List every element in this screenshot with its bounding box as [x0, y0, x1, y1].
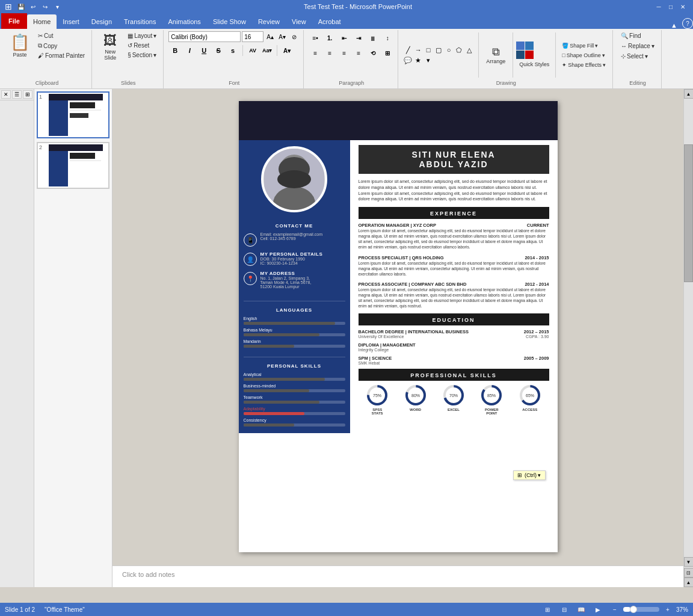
- shape-outline-button[interactable]: □ Shape Outline ▾: [559, 51, 609, 60]
- pentagon-shape[interactable]: ⬠: [454, 45, 464, 55]
- slide-sorter-button[interactable]: ⊟: [558, 605, 570, 614]
- rounded-rect-shape[interactable]: ▢: [434, 45, 443, 55]
- change-case-button[interactable]: Aa▾: [260, 44, 274, 57]
- copy-button[interactable]: ⧉ Copy: [35, 41, 88, 51]
- tab-slideshow[interactable]: Slide Show: [207, 14, 252, 29]
- zoom-out-button[interactable]: −: [609, 605, 621, 614]
- font-size-input[interactable]: [242, 31, 263, 42]
- reset-button[interactable]: ↺ Reset: [125, 41, 159, 50]
- panel-view-button[interactable]: ☰: [12, 90, 22, 99]
- italic-button[interactable]: I: [183, 44, 196, 57]
- personal-skills-section: PERSONAL SKILLS Analytical Business-mind…: [239, 360, 350, 433]
- save-button[interactable]: 💾: [16, 2, 26, 11]
- shape-fill-button[interactable]: 🪣 Shape Fill ▾: [559, 42, 609, 50]
- undo-button[interactable]: ↩: [28, 2, 38, 11]
- slide-thumb-2[interactable]: 2: [37, 142, 109, 189]
- tab-design[interactable]: Design: [85, 14, 118, 29]
- slide-show-button[interactable]: ▶: [592, 605, 604, 614]
- zoom-handle[interactable]: [630, 606, 637, 613]
- format-painter-button[interactable]: 🖌 Format Painter: [35, 51, 88, 60]
- bold-button[interactable]: B: [168, 44, 182, 57]
- clear-format-button[interactable]: ⊘: [289, 31, 300, 42]
- zoom-out-scrollbar[interactable]: ▲: [684, 578, 694, 587]
- help-button[interactable]: ?: [682, 18, 693, 29]
- tab-insert[interactable]: Insert: [57, 14, 85, 29]
- tab-view[interactable]: View: [286, 14, 312, 29]
- line-shape[interactable]: ╱: [403, 45, 413, 55]
- shadow-button[interactable]: s: [226, 44, 239, 57]
- font-name-input[interactable]: [168, 31, 241, 42]
- style-swatch[interactable]: [516, 42, 525, 50]
- slide-thumb-1[interactable]: 1: [37, 91, 109, 138]
- tab-file[interactable]: File: [1, 13, 27, 29]
- decrease-font-button[interactable]: A▾: [277, 31, 288, 42]
- shape-effects-button[interactable]: ✦ Shape Effects ▾: [559, 61, 609, 69]
- replace-button[interactable]: ↔ Replace ▾: [618, 42, 658, 51]
- strikethrough-button[interactable]: S: [212, 44, 225, 57]
- scroll-up-button[interactable]: ▲: [684, 89, 694, 99]
- normal-view-button[interactable]: ⊞: [541, 605, 553, 614]
- callout-shape[interactable]: 💬: [403, 55, 413, 65]
- bullets-button[interactable]: ≡•: [309, 31, 322, 45]
- arrange-button[interactable]: ⧉ Arrange: [482, 44, 510, 66]
- arrow-shape[interactable]: →: [413, 45, 423, 55]
- char-spacing-button[interactable]: AV: [246, 44, 259, 57]
- rect-shape[interactable]: □: [424, 45, 433, 55]
- quick-styles-label[interactable]: Quick Styles: [516, 60, 552, 69]
- redo-button[interactable]: ↪: [40, 2, 51, 11]
- oval-shape[interactable]: ○: [444, 45, 454, 55]
- align-left-button[interactable]: ≡: [309, 46, 322, 60]
- text-direction-button[interactable]: ⟲: [366, 46, 380, 60]
- align-right-button[interactable]: ≡: [337, 46, 351, 60]
- style-swatch[interactable]: [525, 42, 534, 50]
- increase-font-button[interactable]: A▴: [265, 31, 276, 42]
- tab-acrobat[interactable]: Acrobat: [312, 14, 347, 29]
- reading-view-button[interactable]: 📖: [575, 605, 587, 614]
- line-spacing-button[interactable]: ↕: [381, 31, 394, 45]
- zoom-slider[interactable]: [623, 607, 659, 612]
- scroll-thumb[interactable]: [684, 144, 693, 282]
- maximize-button[interactable]: □: [665, 2, 676, 11]
- tab-animations[interactable]: Animations: [162, 14, 206, 29]
- customize-qa-button[interactable]: ▾: [52, 2, 63, 11]
- paste-button[interactable]: 📋 Paste: [6, 31, 34, 60]
- section-button[interactable]: § Section ▾: [125, 51, 159, 60]
- increase-indent-button[interactable]: ⇥: [352, 31, 365, 45]
- align-center-button[interactable]: ≡: [323, 46, 336, 60]
- scroll-down-button[interactable]: ▼: [684, 557, 694, 567]
- experience-title: EXPERIENCE: [430, 211, 477, 217]
- zoom-fit-button[interactable]: ⊡: [684, 568, 694, 578]
- access-label: ACCESS: [522, 408, 537, 411]
- notes-area[interactable]: Click to add notes: [112, 565, 683, 587]
- quick-styles-col: Quick Styles: [516, 42, 552, 69]
- minimize-button[interactable]: ─: [653, 2, 664, 11]
- decrease-indent-button[interactable]: ⇤: [337, 31, 351, 45]
- style-swatch[interactable]: [516, 51, 525, 59]
- justify-button[interactable]: ≡: [352, 46, 365, 60]
- columns-button[interactable]: ⫼: [366, 31, 380, 45]
- underline-button[interactable]: U: [197, 44, 211, 57]
- font-color-button[interactable]: A▾: [280, 44, 294, 57]
- numbering-button[interactable]: 1.: [323, 31, 336, 45]
- find-button[interactable]: 🔍 Find: [618, 31, 644, 40]
- layout-button[interactable]: ▦ Layout ▾: [125, 31, 159, 40]
- smart-art-button[interactable]: ⊞: [381, 46, 394, 60]
- slide-preview-1: [49, 94, 103, 136]
- triangle-shape[interactable]: △: [464, 45, 474, 55]
- select-button[interactable]: ⊹ Select ▾: [618, 52, 651, 61]
- slide-canvas[interactable]: CONTACT ME 📱 Email: exampleemail@gmail.c…: [239, 101, 558, 552]
- close-button[interactable]: ✕: [677, 2, 688, 11]
- vertical-scrollbar[interactable]: ▲ ▼ ⊡ ▲: [683, 89, 693, 587]
- ribbon-collapse-button[interactable]: ▲: [666, 22, 682, 29]
- style-swatch[interactable]: [525, 51, 534, 59]
- star-shape[interactable]: ★: [413, 55, 423, 65]
- tab-review[interactable]: Review: [252, 14, 286, 29]
- panel-close-button[interactable]: ✕: [1, 90, 11, 99]
- panel-grid-button[interactable]: ⊞: [23, 90, 32, 99]
- tab-home[interactable]: Home: [27, 14, 57, 29]
- new-slide-button[interactable]: 🖼 NewSlide: [97, 31, 123, 63]
- cut-button[interactable]: ✂ Cut: [35, 31, 88, 40]
- zoom-in-button[interactable]: +: [662, 605, 674, 614]
- tab-transitions[interactable]: Transitions: [118, 14, 162, 29]
- more-shapes[interactable]: ▾: [424, 55, 433, 65]
